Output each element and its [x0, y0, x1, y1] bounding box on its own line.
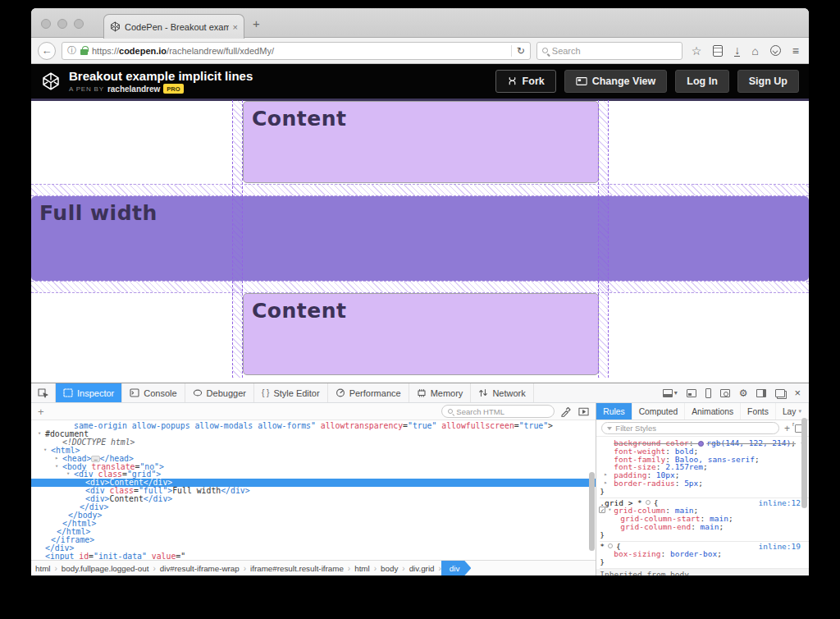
markup-line[interactable]: </html>	[31, 520, 596, 528]
codepen-logo[interactable]	[41, 71, 61, 91]
sidebar-tab-rules[interactable]: Rules	[596, 403, 632, 420]
expander-arrow-icon[interactable]: ▾	[43, 447, 47, 455]
markup-line[interactable]: </body>	[31, 511, 596, 520]
browser-tab[interactable]: CodePen - Breakout example ×	[103, 14, 244, 39]
rule-declaration[interactable]: grid-column-end: main;	[600, 523, 809, 531]
expander-arrow-icon[interactable]: ▾	[66, 470, 70, 479]
filter-styles-input[interactable]: Filter Styles	[601, 422, 779, 434]
log-in-button[interactable]: Log In	[675, 70, 729, 93]
separate-window-icon[interactable]	[775, 389, 785, 397]
add-rule-button[interactable]: +	[784, 423, 790, 434]
stylesheet-link[interactable]: inline:12	[759, 499, 801, 507]
expander-arrow-icon[interactable]: ▸	[604, 479, 607, 488]
grid-row-gap-overlay	[31, 281, 809, 293]
new-tab-button[interactable]: +	[253, 16, 260, 30]
rule-declaration[interactable]: ▸border-radius: 5px;	[600, 479, 809, 488]
screenshot-icon[interactable]	[720, 389, 730, 397]
devtools-tab-inspector[interactable]: Inspector	[56, 383, 122, 402]
devtools-tab-style-editor[interactable]: { }Style Editor	[254, 383, 328, 402]
hamburger-menu-icon[interactable]: ≡	[792, 45, 799, 57]
rule-selector[interactable]: *	[600, 543, 605, 551]
pen-author-link[interactable]: rachelandrew	[107, 85, 160, 94]
markup-line[interactable]: <div>Content</div>	[31, 495, 596, 503]
devtools-close-icon[interactable]: ×	[794, 387, 801, 399]
fork-button[interactable]: Fork	[495, 70, 556, 93]
grid-column-gutter-overlay	[598, 100, 609, 378]
sidebar-tab-lay[interactable]: Lay▾	[776, 403, 809, 420]
css-rules-list[interactable]: background-color: rgb(144, 122, 214);fon…	[596, 437, 809, 575]
filter-row: Filter Styles +	[596, 420, 809, 437]
bookmark-star-icon[interactable]: ☆	[692, 45, 702, 57]
toolbar-icons: ☆ ↓ ⌂ ≡	[688, 44, 802, 57]
breadcrumb-item[interactable]: html	[31, 564, 55, 573]
back-button[interactable]: ←	[38, 42, 56, 60]
dock-bottom-icon[interactable]	[663, 389, 673, 397]
markup-pane: + Search HTML	[31, 403, 596, 575]
highlight-target-icon[interactable]	[646, 500, 651, 505]
markup-line[interactable]: same-origin allow-popups allow-modals al…	[31, 422, 596, 430]
expander-arrow-icon[interactable]: ▸	[55, 455, 58, 463]
codepen-favicon	[110, 21, 121, 32]
breadcrumb-item[interactable]: body	[377, 564, 402, 573]
reading-list-icon[interactable]	[713, 45, 723, 57]
stylesheet-link[interactable]: inline:19	[759, 543, 801, 551]
responsive-mode-icon[interactable]	[705, 388, 711, 398]
color-swatch[interactable]	[698, 441, 704, 447]
tab-title: CodePen - Breakout example	[125, 22, 229, 32]
sign-up-button[interactable]: Sign Up	[737, 70, 799, 93]
change-view-button[interactable]: Change View	[564, 70, 668, 93]
breadcrumb-item[interactable]: body.fullpage.logged-out	[57, 564, 153, 573]
add-node-button[interactable]: +	[38, 406, 44, 418]
breadcrumb-item[interactable]: html	[350, 564, 374, 573]
breadcrumb-item[interactable]: div.grid	[405, 564, 439, 573]
devtools-settings-icon[interactable]: ⚙	[739, 388, 748, 398]
markup-line[interactable]: <!DOCTYPE html>	[31, 438, 596, 447]
devtools-tab-console[interactable]: Console	[122, 383, 185, 402]
expander-arrow-icon[interactable]: ▸	[604, 471, 607, 479]
url-bar[interactable]: ⓘ https://codepen.io/rachelandrew/full/x…	[62, 42, 531, 60]
navigation-bar: ← ⓘ https://codepen.io/rachelandrew/full…	[31, 38, 809, 64]
search-field[interactable]: Search	[536, 42, 682, 60]
devtools-tab-memory[interactable]: Memory	[409, 383, 472, 402]
sidebar-tabs: RulesComputedAnimationsFontsLay▾	[596, 403, 809, 420]
breadcrumb-item-selected[interactable]: div	[441, 561, 472, 575]
breadcrumb-item[interactable]: div#result-iframe-wrap	[156, 564, 244, 573]
markup-line[interactable]: <input id="init-data" value="	[31, 553, 596, 561]
markup-line[interactable]: </div>	[31, 503, 596, 511]
rule-declaration[interactable]: box-sizing: border-box;	[600, 550, 809, 558]
markup-scrollbar[interactable]	[589, 472, 595, 551]
devtools-tab-performance[interactable]: Performance	[328, 383, 409, 402]
markup-line[interactable]: </iframe>	[31, 536, 596, 544]
rules-scrollbar[interactable]	[801, 418, 807, 508]
reload-icon[interactable]: ↻	[511, 45, 525, 57]
search-html-input[interactable]: Search HTML	[441, 405, 555, 418]
home-icon[interactable]: ⌂	[751, 45, 758, 57]
download-icon[interactable]: ↓	[734, 44, 740, 57]
close-window-button[interactable]	[41, 19, 51, 29]
markup-line[interactable]: </html>	[31, 528, 596, 536]
pro-badge: PRO	[163, 84, 183, 94]
expander-arrow-icon[interactable]: ▾	[55, 463, 58, 471]
eyedropper-icon[interactable]	[561, 406, 572, 417]
devtools-tab-debugger[interactable]: Debugger	[185, 383, 254, 402]
search-icon	[448, 409, 453, 414]
expander-arrow-icon[interactable]: ▾	[38, 430, 41, 438]
toggle-sidebar-icon[interactable]	[756, 389, 766, 397]
sidebar-tab-computed[interactable]: Computed	[632, 403, 686, 420]
devtools-tab-network[interactable]: Network	[471, 383, 533, 402]
highlight-target-icon[interactable]	[608, 543, 613, 548]
declaration-checkbox[interactable]: ✓	[599, 507, 605, 513]
sidebar-tab-fonts[interactable]: Fonts	[741, 403, 776, 420]
split-console-icon[interactable]	[687, 389, 696, 397]
expander-arrow-icon[interactable]: ▾	[608, 507, 611, 515]
minimize-window-button[interactable]	[57, 19, 67, 29]
html-markup-tree[interactable]: same-origin allow-popups allow-modals al…	[31, 420, 596, 560]
tab-close-icon[interactable]: ×	[233, 22, 238, 32]
zoom-window-button[interactable]	[74, 19, 84, 29]
sidebar-tab-animations[interactable]: Animations	[685, 403, 741, 420]
pocket-icon[interactable]	[770, 45, 781, 56]
site-info-icon[interactable]: ⓘ	[67, 44, 76, 57]
breadcrumb-item[interactable]: iframe#result.result-iframe	[246, 564, 348, 573]
element-picker-button[interactable]	[31, 383, 56, 402]
open-in-pane-icon[interactable]	[578, 407, 589, 416]
